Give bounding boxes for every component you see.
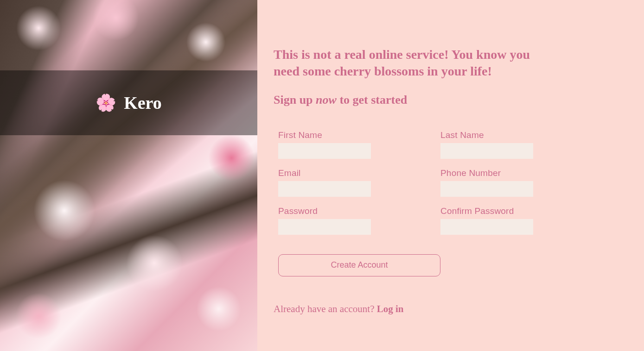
- logo-band: 🌸 Kero: [0, 70, 257, 135]
- last-name-input[interactable]: [440, 143, 533, 159]
- first-name-label: First Name: [278, 130, 440, 140]
- subhead-prefix: Sign up: [274, 93, 316, 107]
- first-name-input[interactable]: [278, 143, 371, 159]
- password-input[interactable]: [278, 219, 371, 235]
- first-name-field-group: First Name: [278, 130, 440, 159]
- create-account-button[interactable]: Create Account: [278, 254, 440, 276]
- last-name-label: Last Name: [440, 130, 603, 140]
- email-input[interactable]: [278, 181, 371, 197]
- page-headline: This is not a real online service! You k…: [274, 46, 533, 80]
- hero-sidebar: 🌸 Kero: [0, 0, 257, 351]
- signup-panel: This is not a real online service! You k…: [257, 0, 644, 351]
- last-name-field-group: Last Name: [440, 130, 603, 159]
- subhead-emphasis: now: [316, 93, 337, 107]
- signup-form: First Name Last Name Email Phone Number …: [274, 130, 616, 235]
- email-label: Email: [278, 168, 440, 178]
- brand-name: Kero: [124, 93, 162, 113]
- confirm-password-label: Confirm Password: [440, 206, 603, 216]
- cherry-blossom-background: [0, 0, 257, 351]
- login-link[interactable]: Log in: [377, 303, 404, 314]
- email-field-group: Email: [278, 168, 440, 197]
- login-prompt-text: Already have an account?: [274, 303, 377, 314]
- phone-input[interactable]: [440, 181, 533, 197]
- password-field-group: Password: [278, 206, 440, 235]
- phone-field-group: Phone Number: [440, 168, 603, 197]
- login-prompt: Already have an account? Log in: [274, 303, 616, 315]
- confirm-password-input[interactable]: [440, 219, 533, 235]
- phone-label: Phone Number: [440, 168, 603, 178]
- page-subhead: Sign up now to get started: [274, 93, 616, 107]
- subhead-suffix: to get started: [337, 93, 407, 107]
- confirm-password-field-group: Confirm Password: [440, 206, 603, 235]
- cherry-blossom-icon: 🌸: [96, 94, 116, 111]
- password-label: Password: [278, 206, 440, 216]
